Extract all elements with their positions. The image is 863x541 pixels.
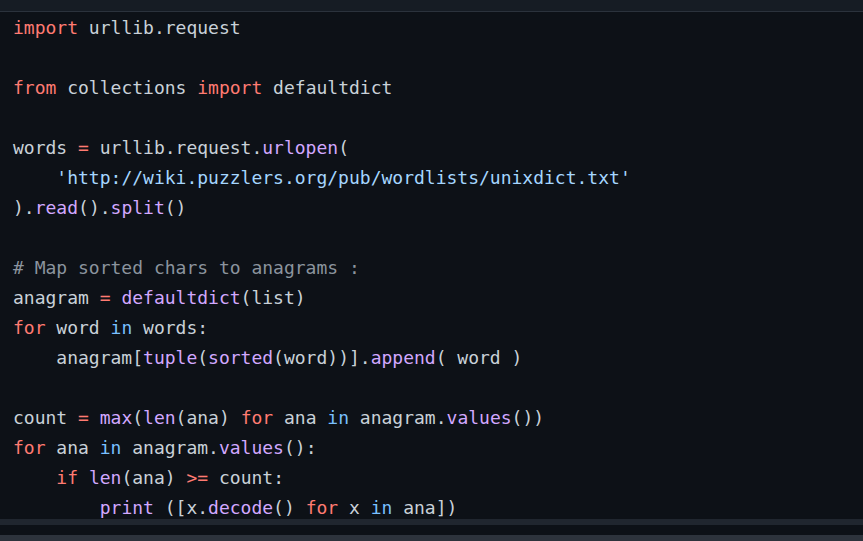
code-line: for ana in anagram.values(): <box>13 433 863 463</box>
code-token: in <box>371 497 393 518</box>
code-line: from collections import defaultdict <box>13 73 863 103</box>
code-token <box>13 497 100 518</box>
code-line: 'http://wiki.puzzlers.org/pub/wordlists/… <box>13 163 863 193</box>
code-viewer-window: import urllib.requestfrom collections im… <box>0 0 863 541</box>
code-line: anagram = defaultdict(list) <box>13 283 863 313</box>
code-token <box>13 167 56 188</box>
code-line: if len(ana) >= count: <box>13 463 863 493</box>
code-token: for <box>241 407 274 428</box>
code-token <box>13 467 56 488</box>
code-line: words = urllib.request.urlopen( <box>13 133 863 163</box>
code-token: decode <box>208 497 273 518</box>
code-token: ). <box>13 197 35 218</box>
code-token: (ana) <box>176 407 241 428</box>
code-token: print <box>100 497 154 518</box>
code-token: = <box>78 407 89 428</box>
code-line: anagram[tuple(sorted(word))].append( wor… <box>13 343 863 373</box>
code-token: ()) <box>512 407 545 428</box>
code-line: # Map sorted chars to anagrams : <box>13 253 863 283</box>
code-token: () <box>165 197 187 218</box>
code-token: () <box>273 497 306 518</box>
code-token: anagram. <box>121 437 219 458</box>
code-token: ( <box>197 347 208 368</box>
code-token: count: <box>208 467 284 488</box>
code-token: anagram. <box>349 407 447 428</box>
code-token: anagram[ <box>13 347 143 368</box>
code-token: (word))]. <box>273 347 371 368</box>
code-token: ana <box>46 437 100 458</box>
horizontal-scrollbar-track[interactable] <box>0 519 863 525</box>
code-token: count <box>13 407 78 428</box>
code-token: len <box>89 467 122 488</box>
code-line: ).read().split() <box>13 193 863 223</box>
code-token: urlopen <box>262 137 338 158</box>
code-token: import <box>13 17 78 38</box>
code-token <box>111 287 122 308</box>
code-token: ana]) <box>392 497 457 518</box>
code-token: import <box>197 77 262 98</box>
code-line <box>13 103 863 133</box>
code-token: in <box>100 437 122 458</box>
code-token: anagram <box>13 287 100 308</box>
code-token: urllib.request. <box>89 137 262 158</box>
code-token: ( <box>338 137 349 158</box>
code-token: collections <box>56 77 197 98</box>
code-editor-area: import urllib.requestfrom collections im… <box>0 13 863 519</box>
code-token: values <box>447 407 512 428</box>
code-token: from <box>13 77 56 98</box>
code-token: ([x. <box>154 497 208 518</box>
code-line <box>13 43 863 73</box>
code-line: import urllib.request <box>13 13 863 43</box>
code-line <box>13 223 863 253</box>
code-token: append <box>371 347 436 368</box>
code-token: >= <box>186 467 208 488</box>
code-token: (). <box>78 197 111 218</box>
code-token: (ana) <box>121 467 186 488</box>
code-token: = <box>78 137 89 158</box>
code-token: ( <box>132 407 143 428</box>
code-line: for word in words: <box>13 313 863 343</box>
code-token: len <box>143 407 176 428</box>
code-token: if <box>56 467 78 488</box>
window-top-edge <box>0 0 863 12</box>
code-token: tuple <box>143 347 197 368</box>
code-token: words <box>13 137 78 158</box>
code-token: urllib.request <box>78 17 241 38</box>
code-token: defaultdict <box>121 287 240 308</box>
code-token <box>89 407 100 428</box>
code-token: x <box>338 497 371 518</box>
code-token: defaultdict <box>262 77 392 98</box>
code-token: word <box>46 317 111 338</box>
code-token: in <box>111 317 133 338</box>
code-line: print ([x.decode() for x in ana]) <box>13 493 863 519</box>
code-token: read <box>35 197 78 218</box>
code-token: ( word ) <box>436 347 523 368</box>
code-token: (list) <box>241 287 306 308</box>
code-token: # Map sorted chars to anagrams : <box>13 257 360 278</box>
code-token <box>78 467 89 488</box>
code-token: in <box>327 407 349 428</box>
code-token: values <box>219 437 284 458</box>
code-token: = <box>100 287 111 308</box>
code-token: sorted <box>208 347 273 368</box>
code-token: for <box>13 317 46 338</box>
code-token: (): <box>284 437 317 458</box>
code-token: for <box>13 437 46 458</box>
horizontal-scrollbar-thumb[interactable] <box>0 535 863 541</box>
code-token: split <box>111 197 165 218</box>
code-token: max <box>100 407 133 428</box>
code-line <box>13 373 863 403</box>
code-token: words: <box>132 317 208 338</box>
code-token: for <box>306 497 339 518</box>
code-token: 'http://wiki.puzzlers.org/pub/wordlists/… <box>56 167 630 188</box>
code-line: count = max(len(ana) for ana in anagram.… <box>13 403 863 433</box>
code-token: ana <box>273 407 327 428</box>
